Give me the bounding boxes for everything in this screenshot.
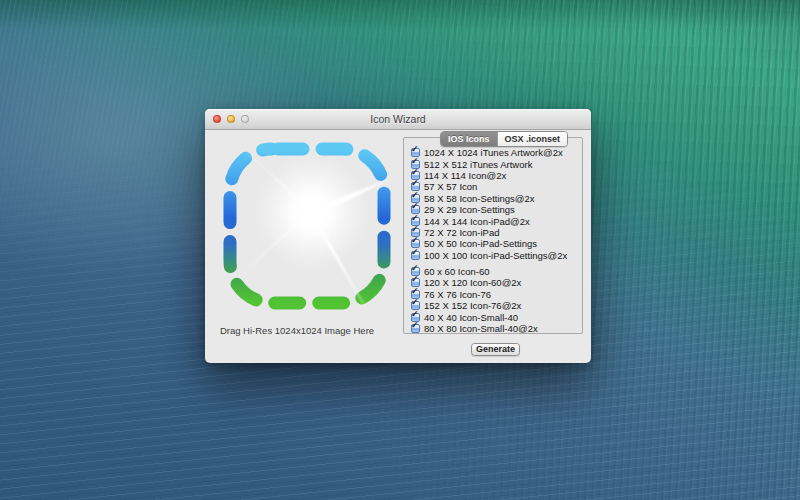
icon-size-row: ✓ 57 X 57 Icon: [404, 181, 582, 192]
icon-size-row: ✓ 58 X 58 Icon-Settings@2x: [404, 193, 582, 204]
icon-size-row: ✓ 76 X 76 Icon-76: [404, 289, 582, 300]
icon-size-row: ✓ 80 X 80 Icon-Small-40@2x: [404, 323, 582, 334]
icon-size-row: ✓ 120 X 120 Icon-60@2x: [404, 277, 582, 288]
icon-size-row: ✓ 50 X 50 Icon-iPad-Settings: [404, 238, 582, 249]
zoom-button: [241, 115, 249, 123]
icon-size-row: ✓ 512 X 512 iTunes Artwork: [404, 158, 582, 169]
icon-size-row: ✓ 152 X 152 Icon-76@2x: [404, 300, 582, 311]
icon-size-row: ✓ 114 X 114 Icon@2x: [404, 170, 582, 181]
minimize-button[interactable]: [227, 115, 235, 123]
traffic-lights: [213, 115, 249, 123]
icon-size-group-ios7: ✓ 60 x 60 Icon-60 ✓ 120 X 120 Icon-60@2x…: [404, 266, 582, 334]
icon-size-label: 29 X 29 Icon-Settings: [424, 204, 515, 215]
icon-size-label: 57 X 57 Icon: [424, 181, 477, 192]
drop-area-label: Drag Hi-Res 1024x1024 Image Here: [207, 325, 387, 336]
icon-size-label: 144 X 144 Icon-iPad@2x: [424, 216, 530, 227]
checkbox-checked-icon[interactable]: ✓: [411, 251, 420, 260]
window-title: Icon Wizard: [205, 109, 591, 129]
icon-size-row: ✓ 29 X 29 Icon-Settings: [404, 204, 582, 215]
icon-size-row: ✓ 60 x 60 Icon-60: [404, 266, 582, 277]
icon-size-label: 1024 X 1024 iTunes Artwork@2x: [424, 147, 563, 158]
window-content: Drag Hi-Res 1024x1024 Image Here IOS Ico…: [205, 130, 591, 363]
icon-sizes-box: ✓ 1024 X 1024 iTunes Artwork@2x ✓ 512 X …: [403, 137, 583, 334]
icon-size-label: 114 X 114 Icon@2x: [424, 170, 506, 181]
close-button[interactable]: [213, 115, 221, 123]
titlebar[interactable]: Icon Wizard: [205, 109, 591, 130]
icon-size-label: 60 x 60 Icon-60: [424, 266, 490, 277]
icon-size-row: ✓ 100 X 100 Icon-iPad-Settings@2x: [404, 250, 582, 261]
icon-size-row: ✓ 144 X 144 Icon-iPad@2x: [404, 215, 582, 226]
checkbox-checked-icon[interactable]: ✓: [411, 324, 420, 333]
icon-size-label: 100 X 100 Icon-iPad-Settings@2x: [424, 250, 567, 261]
icon-size-label: 80 X 80 Icon-Small-40@2x: [424, 323, 538, 334]
icon-size-label: 76 X 76 Icon-76: [424, 289, 491, 300]
generate-button[interactable]: Generate: [471, 343, 520, 356]
tab-bar: IOS Icons OSX .iconset: [440, 131, 568, 147]
starburst-core: [286, 186, 338, 238]
icon-size-group-ios: ✓ 1024 X 1024 iTunes Artwork@2x ✓ 512 X …: [404, 147, 582, 261]
icon-drop-area[interactable]: [217, 136, 397, 316]
icon-size-label: 50 X 50 Icon-iPad-Settings: [424, 238, 537, 249]
icon-size-row: ✓ 1024 X 1024 iTunes Artwork@2x: [404, 147, 582, 158]
icon-size-row: ✓ 40 X 40 Icon-Small-40: [404, 311, 582, 322]
icon-size-label: 152 X 152 Icon-76@2x: [424, 300, 521, 311]
icon-size-label: 40 X 40 Icon-Small-40: [424, 312, 518, 323]
tab-osx-iconset[interactable]: OSX .iconset: [497, 132, 568, 146]
icon-size-label: 120 X 120 Icon-60@2x: [424, 277, 521, 288]
icon-size-label: 512 X 512 iTunes Artwork: [424, 159, 532, 170]
icon-wizard-window: Icon Wizard: [205, 109, 591, 363]
desktop: Icon Wizard: [0, 0, 800, 500]
icon-size-label: 58 X 58 Icon-Settings@2x: [424, 193, 535, 204]
icon-size-row: ✓ 72 X 72 Icon-iPad: [404, 227, 582, 238]
dashed-icon-placeholder: [217, 136, 397, 316]
tab-ios-icons[interactable]: IOS Icons: [441, 132, 497, 146]
icon-size-label: 72 X 72 Icon-iPad: [424, 227, 500, 238]
